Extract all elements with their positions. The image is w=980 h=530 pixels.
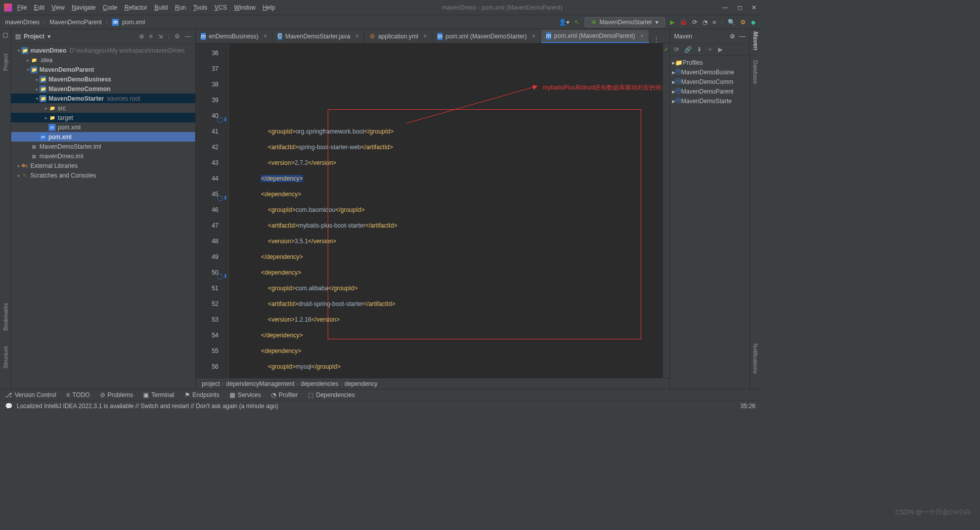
right-tab-database[interactable]: Database — [752, 60, 759, 84]
menu-view[interactable]: View — [52, 4, 65, 11]
menu-navigate[interactable]: Navigate — [72, 4, 96, 11]
maven-tree-item[interactable]: ▸ⓜMavenDemoBusine — [670, 67, 749, 77]
breadcrumb-item[interactable]: dependency — [344, 380, 377, 387]
caret-position[interactable]: 35:26 — [740, 403, 755, 410]
bottom-tool-todo[interactable]: ≡TODO — [66, 391, 90, 399]
menu-vcs[interactable]: VCS — [214, 4, 227, 11]
bottom-tool-services[interactable]: ▦Services — [230, 391, 261, 399]
bottom-tool-terminal[interactable]: ▣Terminal — [143, 391, 174, 399]
tree-business[interactable]: MavenDemoBusiness — [49, 76, 111, 83]
reload-icon[interactable]: ⟳ — [674, 46, 679, 53]
code-line[interactable]: <artifactId>druid-spring-boot-starter</a… — [229, 296, 662, 312]
menu-refactor[interactable]: Refactor — [124, 4, 147, 11]
menu-build[interactable]: Build — [154, 4, 168, 11]
tree-src[interactable]: src — [58, 105, 66, 112]
download-icon[interactable]: ⬇ — [697, 46, 702, 53]
code-line[interactable]: </dependency> — [229, 171, 662, 187]
run-config-dropdown[interactable]: ❖ MavenDemoStarter ▾ — [585, 17, 665, 27]
right-tab-notifications[interactable]: Notifications — [752, 343, 759, 374]
breadcrumb-item[interactable]: dependencyManagement — [226, 380, 294, 387]
coverage-icon[interactable]: ⟳ — [692, 19, 697, 26]
settings-icon[interactable]: ⚙ — [740, 19, 746, 26]
tree-external-libs[interactable]: External Libraries — [30, 162, 77, 169]
code-line[interactable]: <dependency> — [229, 343, 662, 359]
code-line[interactable]: <artifactId>mysql-connector-java</artifa… — [229, 375, 662, 378]
code-line[interactable]: <version>1.2.16</version> — [229, 312, 662, 328]
editor-breadcrumb[interactable]: project›dependencyManagement›dependencie… — [196, 378, 670, 389]
tree-scratches[interactable]: Scratches and Consoles — [30, 172, 96, 179]
tree-pom-parent[interactable]: pom.xml — [49, 134, 71, 141]
code-line[interactable]: <dependency> — [229, 265, 662, 281]
code-line[interactable]: <groupId>mysql</groupId> — [229, 359, 662, 375]
breadcrumb-item[interactable]: project — [202, 380, 220, 387]
maven-tree-item[interactable]: ▸ⓜMavenDemoStarte — [670, 96, 749, 106]
breadcrumb-item[interactable]: dependencies — [300, 380, 338, 387]
status-message[interactable]: Localized IntelliJ IDEA 2022.3.1 is avai… — [17, 403, 278, 410]
maven-tree-item[interactable]: ▸ⓜMavenDemoParent — [670, 86, 749, 96]
menu-code[interactable]: Code — [103, 4, 117, 11]
close-icon[interactable]: ✕ — [751, 4, 756, 11]
tree-pom-starter[interactable]: pom.xml — [58, 124, 80, 131]
gutter-icon[interactable]: ◯⬇ — [217, 112, 228, 127]
codewithme-icon[interactable]: ◆ — [751, 19, 755, 26]
bottom-tool-endpoints[interactable]: ⚑Endpoints — [185, 391, 219, 399]
crumb-file[interactable]: pom.xml — [122, 19, 145, 26]
collapse-all-icon[interactable]: ⇲ — [158, 33, 163, 40]
menu-window[interactable]: Window — [234, 4, 256, 11]
code-area[interactable]: mybatisPlus和druid还有数据库驱动对应的依赖 <groupId>o… — [229, 43, 662, 378]
tree-iml1[interactable]: MavenDemoStarter.iml — [39, 143, 101, 150]
minimize-icon[interactable]: — — [722, 4, 728, 11]
breadcrumb[interactable]: mavenDmeo › MavenDemoParent › m pom.xml — [5, 19, 145, 26]
close-tab-icon[interactable]: × — [423, 33, 427, 40]
code-line[interactable]: <groupId>com.baomidou</groupId> — [229, 202, 662, 218]
project-view-icon[interactable]: ▤ — [15, 33, 21, 40]
menu-run[interactable]: Run — [175, 4, 186, 11]
code-line[interactable]: <version>3.5.1</version> — [229, 234, 662, 249]
project-tab-icon[interactable]: ▢ — [3, 31, 8, 38]
crumb-module[interactable]: MavenDemoParent — [50, 19, 102, 26]
tree-root[interactable]: mavenDmeo — [30, 47, 66, 54]
left-tab-project[interactable]: Project — [3, 54, 9, 71]
bottom-tool-problems[interactable]: ⊘Problems — [100, 391, 133, 399]
chevron-down-icon[interactable]: ▾ — [48, 33, 51, 40]
gutter[interactable]: 3637383940◯⬇4142434445◯⬇4647484950◯⬇5152… — [196, 43, 229, 378]
crumb-project[interactable]: mavenDmeo — [5, 19, 39, 26]
gutter-icon[interactable]: ◯⬇ — [217, 269, 228, 284]
select-opened-icon[interactable]: ⊕ — [139, 33, 144, 40]
tree-idea[interactable]: .idea — [39, 57, 53, 64]
bottom-tool-version-control[interactable]: ⎇Version Control — [5, 391, 56, 399]
maven-tree-item[interactable]: ▸📁Profiles — [670, 58, 749, 67]
gear-icon[interactable]: ⚙ — [730, 33, 735, 40]
left-tab-structure[interactable]: Structure — [3, 346, 9, 369]
menu-tools[interactable]: Tools — [193, 4, 207, 11]
hide-icon[interactable]: — — [739, 33, 745, 40]
run-icon[interactable]: ▶ — [718, 46, 723, 53]
code-line[interactable]: </dependency> — [229, 328, 662, 343]
code-line[interactable]: <groupId>org.springframework.boot</group… — [229, 124, 662, 140]
right-tab-maven[interactable]: Maven — [752, 31, 759, 50]
code-line[interactable]: <artifactId>spring-boot-starter-web</art… — [229, 140, 662, 155]
add-icon[interactable]: ＋ — [707, 45, 713, 54]
gutter-icon[interactable]: ◯⬇ — [217, 190, 228, 206]
maven-tree-item[interactable]: ▸ⓜMavenDemoComm — [670, 77, 749, 86]
editor-tab[interactable]: menDemoBusiness)× — [196, 30, 273, 43]
user-icon[interactable]: 👤▾ — [559, 19, 569, 26]
menu-help[interactable]: Help — [262, 4, 275, 11]
tree-iml2[interactable]: mavenDmeo.iml — [39, 153, 83, 160]
close-tab-icon[interactable]: × — [355, 33, 359, 40]
hide-icon[interactable]: — — [185, 33, 191, 40]
editor-scrollbar[interactable]: ✔ — [662, 43, 670, 378]
maximize-icon[interactable]: ◻ — [737, 4, 742, 11]
generate-sources-icon[interactable]: 🔗 — [684, 46, 692, 53]
gear-icon[interactable]: ⚙ — [174, 33, 180, 40]
code-line[interactable]: </dependency> — [229, 249, 662, 265]
code-line[interactable]: <version>2.7.2</version> — [229, 155, 662, 171]
menu-edit[interactable]: Edit — [34, 4, 44, 11]
notification-icon[interactable]: 💬 — [5, 403, 13, 410]
tree-common[interactable]: MavenDemoCommon — [49, 85, 111, 93]
editor-tab[interactable]: mpom.xml (MavenDemoStarter)× — [432, 30, 541, 43]
close-tab-icon[interactable]: × — [532, 33, 536, 40]
left-tab-bookmarks[interactable]: Bookmarks — [3, 303, 9, 331]
search-icon[interactable]: 🔍 — [728, 19, 735, 26]
expand-all-icon[interactable]: ≡ — [149, 33, 153, 40]
